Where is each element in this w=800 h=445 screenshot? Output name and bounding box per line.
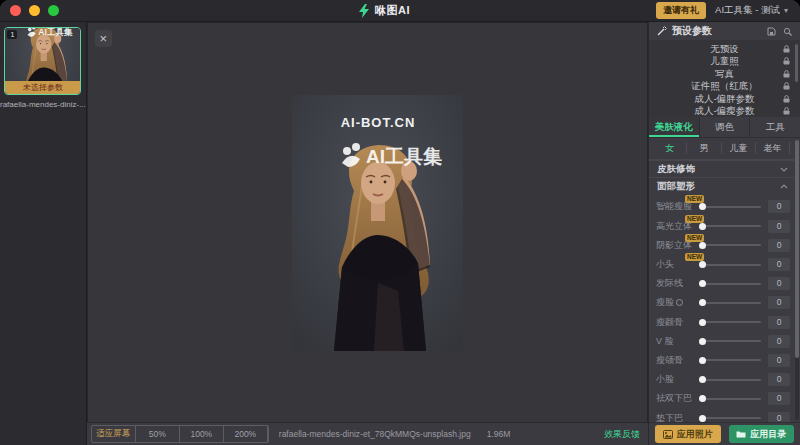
apply-photo-button[interactable]: 应用照片 <box>655 425 721 443</box>
slider-knob[interactable] <box>699 376 706 383</box>
slider-label: 垫下巴 <box>656 412 701 423</box>
close-window-button[interactable] <box>10 5 21 16</box>
slider-row: 瘦颧骨 0 <box>649 312 794 331</box>
slider-knob[interactable] <box>699 395 706 402</box>
search-icon[interactable] <box>783 27 792 36</box>
panel-scrollbar[interactable] <box>795 140 799 420</box>
photo-thumbnail[interactable]: 1 未选择参数 <box>4 27 81 95</box>
slider-track[interactable] <box>701 379 761 381</box>
slider-row: 小脸 0 <box>649 370 794 389</box>
gender-tab[interactable]: 男 <box>687 142 721 154</box>
slider-label: 祛双下巴 <box>656 392 701 405</box>
slider-label: 瘦颧骨 <box>656 316 701 329</box>
slider-track[interactable] <box>701 417 761 419</box>
save-icon[interactable] <box>767 27 776 36</box>
slider-knob[interactable] <box>699 299 706 306</box>
minimize-window-button[interactable] <box>29 5 40 16</box>
app-logo: 咻图AI <box>358 3 410 18</box>
zoom-option-button[interactable]: 200% <box>224 426 268 442</box>
scrollbar-thumb[interactable] <box>795 140 799 358</box>
zoom-option-button[interactable]: 100% <box>180 426 224 442</box>
slider-value: 0 <box>768 277 790 290</box>
gender-tab[interactable]: 女 <box>653 142 687 154</box>
preset-item[interactable]: 成人-偏瘦参数 <box>649 105 800 117</box>
tool-tab[interactable]: 美肤液化 <box>649 117 699 137</box>
lock-icon <box>783 107 790 115</box>
slider-track[interactable] <box>701 359 761 361</box>
slider-track[interactable] <box>701 321 761 323</box>
apply-photo-label: 应用照片 <box>677 428 713 441</box>
section-skin-retouch[interactable]: 皮肤修饰 <box>649 160 794 177</box>
tools-area: 女 男 儿童 老年 皮肤修饰 <box>649 138 800 422</box>
preset-item[interactable]: 证件照（红底） <box>649 80 800 92</box>
topbar-actions: 邀请有礼 AI工具集 - 测试 ▾ <box>656 2 800 19</box>
account-menu[interactable]: AI工具集 - 测试 ▾ <box>715 4 788 17</box>
tool-tab[interactable]: 调色 <box>699 117 750 137</box>
slider-row: 瘦脸 0 <box>649 293 794 312</box>
slider-label: 瘦脸 <box>656 296 701 309</box>
slider-track[interactable] <box>701 283 761 285</box>
face-shaping-sliders: NEW 智能瘦脸 0 NEW <box>649 194 794 422</box>
slider-track[interactable] <box>701 206 761 208</box>
slider-label: V 脸 <box>656 335 701 348</box>
lock-icon <box>783 82 790 90</box>
chevron-down-icon: ▾ <box>784 6 788 15</box>
slider-knob[interactable] <box>699 338 706 345</box>
invite-button[interactable]: 邀请有礼 <box>656 2 706 19</box>
slider-knob[interactable] <box>699 223 706 230</box>
gender-tab[interactable]: 儿童 <box>722 142 756 154</box>
editor-center: × 适应屏幕 50% 100% 200% rafaell <box>87 22 648 445</box>
slider-label: 发际线 <box>656 277 701 290</box>
status-bar: 适应屏幕 50% 100% 200% rafaella-mendes-diniz… <box>87 422 648 445</box>
slider-knob[interactable] <box>699 357 706 364</box>
apply-folder-label: 应用目录 <box>750 428 786 441</box>
zoom-controls: 适应屏幕 50% 100% 200% <box>91 425 269 443</box>
action-bar: 应用照片 应用目录 <box>649 422 800 445</box>
slider-track[interactable] <box>701 264 761 266</box>
preset-item-label: 无预设 <box>710 43 739 54</box>
photo-list-sidebar: 1 未选择参数 rafaella-mendes-diniz-... <box>0 22 87 445</box>
slider-knob[interactable] <box>699 203 706 210</box>
chevron-up-icon <box>780 184 788 189</box>
section-face-shaping[interactable]: 面部塑形 <box>649 177 794 194</box>
lightning-bolt-icon <box>358 4 370 18</box>
slider-label: 小脸 <box>656 373 701 386</box>
slider-knob[interactable] <box>699 242 706 249</box>
zoom-window-button[interactable] <box>48 5 59 16</box>
zoom-option-button[interactable]: 适应屏幕 <box>92 426 136 442</box>
preset-item[interactable]: 成人-偏胖参数 <box>649 93 800 105</box>
preset-item[interactable]: 写真 <box>649 68 800 80</box>
zoom-option-button[interactable]: 50% <box>136 426 180 442</box>
section-label: 面部塑形 <box>657 180 695 193</box>
lock-icon <box>783 57 790 65</box>
slider-track[interactable] <box>701 225 761 227</box>
slider-knob[interactable] <box>699 280 706 287</box>
new-badge: NEW <box>685 234 704 242</box>
canvas: × <box>87 22 648 422</box>
slider-row: NEW 阴影立体 0 <box>649 236 794 255</box>
tool-tab[interactable]: 工具 <box>749 117 800 137</box>
preset-item[interactable]: 无预设 <box>649 43 800 55</box>
slider-value: 0 <box>768 258 790 271</box>
slider-row: NEW 智能瘦脸 0 <box>649 197 794 216</box>
slider-track[interactable] <box>701 244 761 246</box>
presets-header: 预设参数 <box>649 22 800 40</box>
slider-track[interactable] <box>701 340 761 342</box>
slider-knob[interactable] <box>699 415 706 422</box>
preset-item[interactable]: 儿童照 <box>649 55 800 67</box>
slider-knob[interactable] <box>699 261 706 268</box>
apply-folder-button[interactable]: 应用目录 <box>729 425 795 443</box>
slider-value: 0 <box>768 200 790 213</box>
thumbnail-status-badge: 未选择参数 <box>5 81 80 94</box>
slider-track[interactable] <box>701 302 761 304</box>
preset-scrollbar[interactable] <box>795 44 798 82</box>
slider-value: 0 <box>768 316 790 329</box>
feedback-link[interactable]: 效果反馈 <box>604 428 640 441</box>
slider-knob[interactable] <box>699 319 706 326</box>
slider-track[interactable] <box>701 398 761 400</box>
gender-tab[interactable]: 老年 <box>756 142 790 154</box>
title-bar: 咻图AI 邀请有礼 AI工具集 - 测试 ▾ <box>0 0 800 22</box>
close-photo-icon[interactable]: × <box>95 30 112 47</box>
preset-item-label: 成人-偏胖参数 <box>694 93 754 104</box>
preset-item-label: 写真 <box>715 68 734 79</box>
